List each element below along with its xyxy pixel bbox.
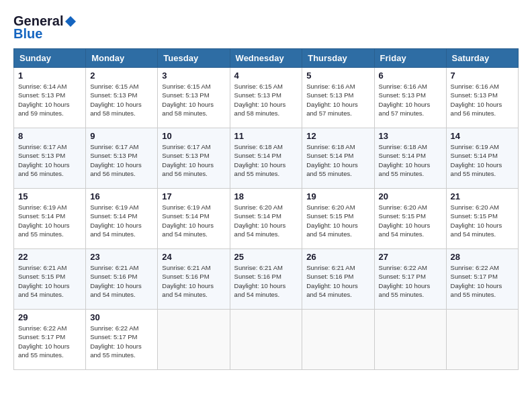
- calendar-cell: 8Sunrise: 6:17 AM Sunset: 5:13 PM Daylig…: [14, 128, 86, 189]
- day-number: 16: [90, 191, 153, 201]
- day-number: 28: [451, 252, 514, 262]
- week-row-4: 22Sunrise: 6:21 AM Sunset: 5:15 PM Dayli…: [14, 249, 519, 310]
- day-number: 13: [379, 131, 442, 141]
- day-info: Sunrise: 6:18 AM Sunset: 5:14 PM Dayligh…: [379, 142, 442, 178]
- day-number: 8: [18, 131, 81, 141]
- day-info: Sunrise: 6:22 AM Sunset: 5:17 PM Dayligh…: [18, 324, 81, 359]
- calendar-cell: [158, 310, 230, 370]
- day-number: 21: [451, 191, 514, 201]
- day-number: 14: [451, 131, 514, 141]
- day-info: Sunrise: 6:19 AM Sunset: 5:14 PM Dayligh…: [162, 203, 225, 238]
- svg-marker-0: [65, 16, 76, 27]
- calendar-cell: 16Sunrise: 6:19 AM Sunset: 5:14 PM Dayli…: [86, 189, 158, 249]
- column-header-thursday: Thursday: [302, 49, 374, 68]
- calendar-cell: 26Sunrise: 6:21 AM Sunset: 5:16 PM Dayli…: [302, 249, 374, 310]
- day-info: Sunrise: 6:15 AM Sunset: 5:13 PM Dayligh…: [162, 82, 225, 118]
- day-number: 22: [18, 252, 81, 262]
- day-number: 19: [306, 191, 369, 201]
- day-info: Sunrise: 6:15 AM Sunset: 5:13 PM Dayligh…: [90, 82, 153, 118]
- day-number: 25: [234, 252, 298, 262]
- calendar-cell: [230, 310, 302, 370]
- calendar-cell: 28Sunrise: 6:22 AM Sunset: 5:17 PM Dayli…: [446, 249, 518, 310]
- column-header-monday: Monday: [86, 49, 158, 68]
- day-info: Sunrise: 6:14 AM Sunset: 5:13 PM Dayligh…: [18, 82, 81, 118]
- day-number: 2: [90, 71, 153, 81]
- day-number: 27: [379, 252, 442, 262]
- calendar-cell: 13Sunrise: 6:18 AM Sunset: 5:14 PM Dayli…: [374, 128, 446, 189]
- day-info: Sunrise: 6:17 AM Sunset: 5:13 PM Dayligh…: [162, 142, 225, 178]
- week-row-2: 8Sunrise: 6:17 AM Sunset: 5:13 PM Daylig…: [14, 128, 519, 189]
- calendar-cell: 14Sunrise: 6:19 AM Sunset: 5:14 PM Dayli…: [446, 128, 518, 189]
- day-number: 12: [306, 131, 369, 141]
- day-number: 15: [18, 191, 81, 201]
- calendar-cell: 2Sunrise: 6:15 AM Sunset: 5:13 PM Daylig…: [86, 68, 158, 128]
- calendar-cell: 4Sunrise: 6:15 AM Sunset: 5:13 PM Daylig…: [230, 68, 302, 128]
- calendar-cell: 6Sunrise: 6:16 AM Sunset: 5:13 PM Daylig…: [374, 68, 446, 128]
- day-number: 6: [379, 71, 442, 81]
- week-row-1: 1Sunrise: 6:14 AM Sunset: 5:13 PM Daylig…: [14, 68, 519, 128]
- day-info: Sunrise: 6:22 AM Sunset: 5:17 PM Dayligh…: [90, 324, 153, 359]
- calendar-cell: 23Sunrise: 6:21 AM Sunset: 5:16 PM Dayli…: [86, 249, 158, 310]
- column-header-wednesday: Wednesday: [230, 49, 302, 68]
- day-info: Sunrise: 6:20 AM Sunset: 5:15 PM Dayligh…: [379, 203, 442, 238]
- day-number: 29: [18, 312, 81, 322]
- day-info: Sunrise: 6:21 AM Sunset: 5:16 PM Dayligh…: [234, 263, 298, 299]
- logo: General Blue: [13, 13, 77, 42]
- day-info: Sunrise: 6:21 AM Sunset: 5:16 PM Dayligh…: [306, 263, 369, 299]
- calendar-cell: 24Sunrise: 6:21 AM Sunset: 5:16 PM Dayli…: [158, 249, 230, 310]
- calendar-cell: 18Sunrise: 6:20 AM Sunset: 5:14 PM Dayli…: [230, 189, 302, 249]
- calendar-cell: [302, 310, 374, 370]
- day-info: Sunrise: 6:20 AM Sunset: 5:15 PM Dayligh…: [451, 203, 514, 238]
- day-info: Sunrise: 6:15 AM Sunset: 5:13 PM Dayligh…: [234, 82, 298, 118]
- day-info: Sunrise: 6:17 AM Sunset: 5:13 PM Dayligh…: [18, 142, 81, 178]
- day-number: 18: [234, 191, 298, 201]
- column-header-friday: Friday: [374, 49, 446, 68]
- calendar-cell: 3Sunrise: 6:15 AM Sunset: 5:13 PM Daylig…: [158, 68, 230, 128]
- day-info: Sunrise: 6:20 AM Sunset: 5:15 PM Dayligh…: [306, 203, 369, 238]
- day-number: 24: [162, 252, 225, 262]
- calendar-cell: 25Sunrise: 6:21 AM Sunset: 5:16 PM Dayli…: [230, 249, 302, 310]
- day-info: Sunrise: 6:22 AM Sunset: 5:17 PM Dayligh…: [451, 263, 514, 299]
- day-info: Sunrise: 6:16 AM Sunset: 5:13 PM Dayligh…: [379, 82, 442, 118]
- calendar-cell: 9Sunrise: 6:17 AM Sunset: 5:13 PM Daylig…: [86, 128, 158, 189]
- day-info: Sunrise: 6:21 AM Sunset: 5:16 PM Dayligh…: [162, 263, 225, 299]
- day-number: 11: [234, 131, 298, 141]
- calendar-cell: 30Sunrise: 6:22 AM Sunset: 5:17 PM Dayli…: [86, 310, 158, 370]
- calendar-cell: 7Sunrise: 6:16 AM Sunset: 5:13 PM Daylig…: [446, 68, 518, 128]
- day-info: Sunrise: 6:17 AM Sunset: 5:13 PM Dayligh…: [90, 142, 153, 178]
- day-info: Sunrise: 6:19 AM Sunset: 5:14 PM Dayligh…: [451, 142, 514, 178]
- day-info: Sunrise: 6:18 AM Sunset: 5:14 PM Dayligh…: [306, 142, 369, 178]
- day-number: 7: [451, 71, 514, 81]
- week-row-3: 15Sunrise: 6:19 AM Sunset: 5:14 PM Dayli…: [14, 189, 519, 249]
- day-info: Sunrise: 6:21 AM Sunset: 5:15 PM Dayligh…: [18, 263, 81, 299]
- day-number: 26: [306, 252, 369, 262]
- day-number: 5: [306, 71, 369, 81]
- column-header-saturday: Saturday: [446, 49, 518, 68]
- calendar-cell: [446, 310, 518, 370]
- calendar-cell: [374, 310, 446, 370]
- page-header: General Blue: [13, 13, 519, 42]
- calendar-cell: 20Sunrise: 6:20 AM Sunset: 5:15 PM Dayli…: [374, 189, 446, 249]
- day-number: 9: [90, 131, 153, 141]
- logo-blue-text: Blue: [13, 26, 42, 42]
- calendar-cell: 29Sunrise: 6:22 AM Sunset: 5:17 PM Dayli…: [14, 310, 86, 370]
- day-number: 4: [234, 71, 298, 81]
- calendar-cell: 1Sunrise: 6:14 AM Sunset: 5:13 PM Daylig…: [14, 68, 86, 128]
- column-header-tuesday: Tuesday: [158, 49, 230, 68]
- week-row-5: 29Sunrise: 6:22 AM Sunset: 5:17 PM Dayli…: [14, 310, 519, 370]
- day-number: 30: [90, 312, 153, 322]
- day-info: Sunrise: 6:19 AM Sunset: 5:14 PM Dayligh…: [18, 203, 81, 238]
- calendar-cell: 22Sunrise: 6:21 AM Sunset: 5:15 PM Dayli…: [14, 249, 86, 310]
- day-info: Sunrise: 6:16 AM Sunset: 5:13 PM Dayligh…: [306, 82, 369, 118]
- day-number: 17: [162, 191, 225, 201]
- day-info: Sunrise: 6:19 AM Sunset: 5:14 PM Dayligh…: [90, 203, 153, 238]
- calendar-cell: 15Sunrise: 6:19 AM Sunset: 5:14 PM Dayli…: [14, 189, 86, 249]
- calendar-cell: 27Sunrise: 6:22 AM Sunset: 5:17 PM Dayli…: [374, 249, 446, 310]
- day-info: Sunrise: 6:20 AM Sunset: 5:14 PM Dayligh…: [234, 203, 298, 238]
- day-number: 10: [162, 131, 225, 141]
- calendar-cell: 11Sunrise: 6:18 AM Sunset: 5:14 PM Dayli…: [230, 128, 302, 189]
- calendar-table: SundayMondayTuesdayWednesdayThursdayFrid…: [13, 48, 519, 370]
- column-header-sunday: Sunday: [14, 49, 86, 68]
- calendar-cell: 19Sunrise: 6:20 AM Sunset: 5:15 PM Dayli…: [302, 189, 374, 249]
- day-number: 1: [18, 71, 81, 81]
